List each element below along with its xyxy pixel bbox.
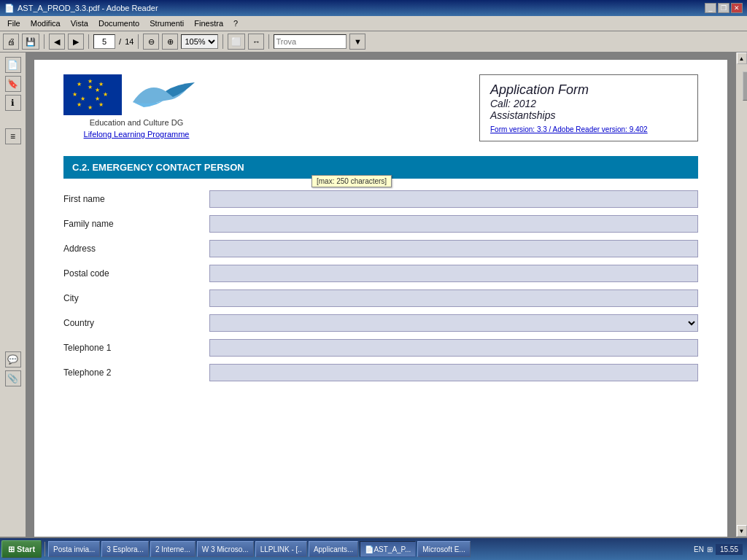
label-telephone1: Telephone 1 [63, 343, 209, 353]
form-info-box: Application Form Call: 2012 Assistantshi… [479, 74, 698, 141]
toolbar-separator-3 [138, 34, 139, 49]
input-city[interactable] [209, 289, 698, 307]
find-dropdown[interactable]: ▼ [349, 34, 365, 50]
form-row-city: City [63, 289, 698, 307]
form-row-telephone1: Telephone 1 [63, 339, 698, 357]
label-address: Address [63, 244, 209, 254]
scroll-thumb[interactable] [743, 71, 748, 101]
svg-text:★: ★ [98, 101, 104, 108]
app-body: 📄 🔖 ℹ ≡ 💬 📎 ★ [0, 52, 747, 537]
sidebar-layers-icon[interactable]: ≡ [5, 128, 21, 144]
logo-section: ★ ★ ★ ★ ★ ★ ★ ★ ★ ★ [63, 74, 209, 139]
form-fields: First name Family name Address Postal co… [63, 190, 698, 381]
find-input[interactable] [274, 34, 347, 49]
zoom-out-button[interactable]: ⊖ [143, 34, 159, 50]
restore-button[interactable]: ❒ [718, 3, 729, 13]
zoom-in-button[interactable]: ⊕ [162, 34, 178, 50]
toolbar-separator-5 [268, 34, 269, 49]
svg-text:★: ★ [77, 81, 82, 88]
form-version[interactable]: Form version: 3.3 / Adobe Reader version… [490, 125, 687, 133]
select-country[interactable]: Italy Germany France Spain [209, 314, 698, 332]
form-row-telephone2: Telephone 2 [63, 364, 698, 381]
svg-text:★: ★ [95, 96, 100, 102]
print-button[interactable]: 🖨 [3, 34, 19, 50]
svg-text:★: ★ [88, 104, 93, 111]
sidebar-bookmarks-icon[interactable]: 🔖 [5, 76, 21, 92]
form-title: Application Form [490, 82, 687, 98]
sidebar-attach-icon[interactable]: 📎 [5, 370, 21, 386]
svg-text:★: ★ [103, 91, 108, 98]
form-type: Assistantships [490, 109, 687, 121]
save-button[interactable]: 💾 [22, 34, 39, 50]
input-firstname[interactable] [209, 190, 698, 208]
page-navigation: 5 / 14 [93, 34, 133, 49]
svg-text:★: ★ [95, 87, 100, 93]
menu-vista[interactable]: Vista [66, 18, 93, 29]
svg-text:★: ★ [77, 101, 82, 108]
form-call: Call: 2012 [490, 98, 687, 109]
sidebar-info-icon[interactable]: ℹ [5, 95, 21, 111]
svg-text:★: ★ [72, 91, 77, 98]
svg-text:★: ★ [88, 84, 93, 90]
menu-bar: File Modifica Vista Documento Strumenti … [0, 16, 747, 31]
menu-finestra[interactable]: Finestra [190, 18, 228, 29]
forward-button[interactable]: ▶ [68, 34, 84, 50]
toolbar: 🖨 💾 ◀ ▶ 5 / 14 ⊖ ⊕ 105% 75% 100% 125% 15… [0, 31, 747, 52]
menu-strumenti[interactable]: Strumenti [145, 18, 188, 29]
label-familyname: Family name [63, 219, 209, 229]
form-row-address: Address [63, 240, 698, 257]
minimize-button[interactable]: _ [705, 3, 716, 13]
menu-documento[interactable]: Documento [94, 18, 144, 29]
label-country: Country [63, 318, 209, 328]
sidebar-pages-icon[interactable]: 📄 [5, 57, 21, 73]
scroll-down-button[interactable]: ▼ [737, 525, 747, 537]
toolbar-separator-1 [44, 34, 44, 49]
menu-file[interactable]: File [3, 18, 25, 29]
input-familyname[interactable] [209, 215, 698, 233]
form-row-country: Country Italy Germany France Spain [63, 314, 698, 332]
logo-row: ★ ★ ★ ★ ★ ★ ★ ★ ★ ★ [63, 74, 209, 115]
input-telephone2[interactable] [209, 364, 698, 381]
form-row-firstname: First name [63, 190, 698, 208]
window-title: AST_A_PROD_3.3.pdf - Adobe Reader [18, 4, 158, 12]
back-button[interactable]: ◀ [49, 34, 65, 50]
title-bar: 📄 AST_A_PROD_3.3.pdf - Adobe Reader _ ❒ … [0, 0, 747, 16]
scrollbar[interactable]: ▲ ▼ [735, 52, 747, 537]
bird-logo [122, 74, 209, 115]
edu-culture-label: Education and Culture DG [90, 118, 183, 127]
label-telephone2: Telephone 2 [63, 368, 209, 378]
fit-page-button[interactable]: ⬜ [228, 34, 245, 50]
fit-width-button[interactable]: ↔ [248, 34, 264, 50]
input-telephone1[interactable] [209, 339, 698, 357]
section-title: C.2. EMERGENCY CONTACT PERSON [72, 162, 244, 173]
document-header: ★ ★ ★ ★ ★ ★ ★ ★ ★ ★ [63, 74, 698, 141]
input-postalcode[interactable] [209, 265, 698, 282]
form-row-familyname: Family name [63, 215, 698, 233]
toolbar-separator-2 [88, 34, 89, 49]
window-controls[interactable]: _ ❒ ✕ [705, 3, 743, 13]
close-button[interactable]: ✕ [731, 3, 743, 13]
label-firstname: First name [63, 194, 209, 204]
menu-modifica[interactable]: Modifica [26, 18, 65, 29]
eu-logo: ★ ★ ★ ★ ★ ★ ★ ★ ★ ★ [63, 74, 122, 115]
zoom-select[interactable]: 105% 75% 100% 125% 150% [181, 34, 218, 49]
app-icon: 📄 [4, 4, 15, 13]
page-input[interactable]: 5 [93, 34, 115, 49]
sidebar-comment-icon[interactable]: 💬 [5, 351, 21, 368]
form-row-postalcode: Postal code [63, 265, 698, 282]
menu-help[interactable]: ? [229, 18, 242, 29]
scroll-up-button[interactable]: ▲ [737, 52, 747, 64]
toolbar-separator-4 [222, 34, 223, 49]
llp-label[interactable]: Lifelong Learning Programme [84, 130, 190, 139]
svg-text:★: ★ [80, 96, 85, 102]
document-page: ★ ★ ★ ★ ★ ★ ★ ★ ★ ★ [34, 60, 727, 537]
document-area[interactable]: ★ ★ ★ ★ ★ ★ ★ ★ ★ ★ [26, 52, 735, 537]
input-address[interactable] [209, 240, 698, 257]
tooltip-max-chars: [max: 250 characters] [311, 175, 392, 187]
page-total: 14 [125, 37, 133, 46]
page-separator: / [117, 37, 123, 46]
label-postalcode: Postal code [63, 268, 209, 279]
sidebar: 📄 🔖 ℹ ≡ 💬 📎 [0, 52, 26, 537]
label-city: City [63, 293, 209, 303]
